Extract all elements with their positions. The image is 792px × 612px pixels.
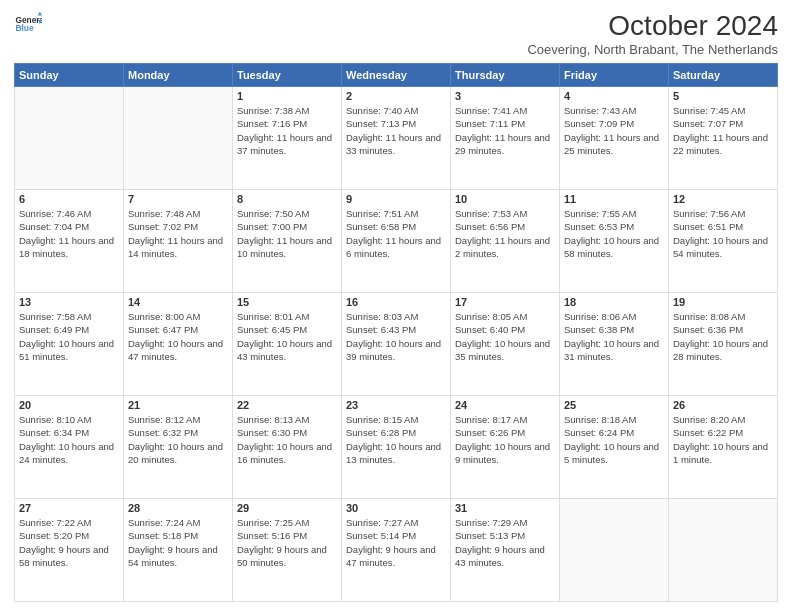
day-number: 21 xyxy=(128,399,228,411)
day-info: Sunrise: 7:46 AMSunset: 7:04 PMDaylight:… xyxy=(19,207,119,260)
day-info-line: Sunset: 6:58 PM xyxy=(346,220,446,233)
calendar-cell: 24Sunrise: 8:17 AMSunset: 6:26 PMDayligh… xyxy=(451,396,560,499)
day-info: Sunrise: 8:13 AMSunset: 6:30 PMDaylight:… xyxy=(237,413,337,466)
day-info-line: Sunrise: 7:48 AM xyxy=(128,207,228,220)
calendar-cell: 10Sunrise: 7:53 AMSunset: 6:56 PMDayligh… xyxy=(451,190,560,293)
day-info-line: Sunset: 7:02 PM xyxy=(128,220,228,233)
day-info-line: Daylight: 10 hours and 51 minutes. xyxy=(19,337,119,364)
day-info-line: Sunset: 6:45 PM xyxy=(237,323,337,336)
day-info-line: Sunrise: 7:53 AM xyxy=(455,207,555,220)
svg-marker-2 xyxy=(38,11,42,15)
day-info-line: Sunset: 5:18 PM xyxy=(128,529,228,542)
calendar-cell: 6Sunrise: 7:46 AMSunset: 7:04 PMDaylight… xyxy=(15,190,124,293)
day-info-line: Sunrise: 7:38 AM xyxy=(237,104,337,117)
day-info: Sunrise: 8:12 AMSunset: 6:32 PMDaylight:… xyxy=(128,413,228,466)
day-number: 3 xyxy=(455,90,555,102)
calendar-header-row: Sunday Monday Tuesday Wednesday Thursday… xyxy=(15,64,778,87)
day-info-line: Daylight: 11 hours and 18 minutes. xyxy=(19,234,119,261)
day-number: 25 xyxy=(564,399,664,411)
day-info: Sunrise: 7:55 AMSunset: 6:53 PMDaylight:… xyxy=(564,207,664,260)
day-number: 6 xyxy=(19,193,119,205)
day-info-line: Daylight: 10 hours and 39 minutes. xyxy=(346,337,446,364)
day-info-line: Daylight: 11 hours and 33 minutes. xyxy=(346,131,446,158)
day-info-line: Daylight: 9 hours and 43 minutes. xyxy=(455,543,555,570)
calendar-cell: 23Sunrise: 8:15 AMSunset: 6:28 PMDayligh… xyxy=(342,396,451,499)
title-section: October 2024 Coevering, North Brabant, T… xyxy=(527,10,778,57)
day-info-line: Sunset: 6:24 PM xyxy=(564,426,664,439)
day-info-line: Sunrise: 8:06 AM xyxy=(564,310,664,323)
day-info-line: Sunrise: 8:01 AM xyxy=(237,310,337,323)
day-info: Sunrise: 8:01 AMSunset: 6:45 PMDaylight:… xyxy=(237,310,337,363)
day-number: 2 xyxy=(346,90,446,102)
day-number: 29 xyxy=(237,502,337,514)
day-info: Sunrise: 8:08 AMSunset: 6:36 PMDaylight:… xyxy=(673,310,773,363)
day-info-line: Sunrise: 7:46 AM xyxy=(19,207,119,220)
col-sunday: Sunday xyxy=(15,64,124,87)
day-info-line: Daylight: 9 hours and 47 minutes. xyxy=(346,543,446,570)
day-number: 14 xyxy=(128,296,228,308)
calendar-cell: 8Sunrise: 7:50 AMSunset: 7:00 PMDaylight… xyxy=(233,190,342,293)
day-info-line: Sunset: 7:09 PM xyxy=(564,117,664,130)
day-info: Sunrise: 7:27 AMSunset: 5:14 PMDaylight:… xyxy=(346,516,446,569)
day-info-line: Daylight: 11 hours and 14 minutes. xyxy=(128,234,228,261)
day-info: Sunrise: 7:24 AMSunset: 5:18 PMDaylight:… xyxy=(128,516,228,569)
day-number: 7 xyxy=(128,193,228,205)
calendar-cell xyxy=(669,499,778,602)
day-number: 1 xyxy=(237,90,337,102)
day-info-line: Daylight: 11 hours and 29 minutes. xyxy=(455,131,555,158)
day-info-line: Sunset: 5:16 PM xyxy=(237,529,337,542)
col-friday: Friday xyxy=(560,64,669,87)
day-info: Sunrise: 8:20 AMSunset: 6:22 PMDaylight:… xyxy=(673,413,773,466)
day-info-line: Sunrise: 7:24 AM xyxy=(128,516,228,529)
calendar-cell: 20Sunrise: 8:10 AMSunset: 6:34 PMDayligh… xyxy=(15,396,124,499)
day-number: 19 xyxy=(673,296,773,308)
col-saturday: Saturday xyxy=(669,64,778,87)
day-number: 15 xyxy=(237,296,337,308)
day-info-line: Sunrise: 8:03 AM xyxy=(346,310,446,323)
day-info-line: Sunrise: 8:17 AM xyxy=(455,413,555,426)
day-info: Sunrise: 8:00 AMSunset: 6:47 PMDaylight:… xyxy=(128,310,228,363)
day-info-line: Sunset: 7:13 PM xyxy=(346,117,446,130)
day-info-line: Sunset: 7:07 PM xyxy=(673,117,773,130)
day-info: Sunrise: 7:51 AMSunset: 6:58 PMDaylight:… xyxy=(346,207,446,260)
day-info-line: Daylight: 11 hours and 6 minutes. xyxy=(346,234,446,261)
main-title: October 2024 xyxy=(527,10,778,42)
day-info-line: Sunset: 6:38 PM xyxy=(564,323,664,336)
day-number: 11 xyxy=(564,193,664,205)
day-info-line: Sunrise: 7:27 AM xyxy=(346,516,446,529)
day-info-line: Sunrise: 8:00 AM xyxy=(128,310,228,323)
calendar-cell: 17Sunrise: 8:05 AMSunset: 6:40 PMDayligh… xyxy=(451,293,560,396)
calendar-table: Sunday Monday Tuesday Wednesday Thursday… xyxy=(14,63,778,602)
day-info-line: Daylight: 10 hours and 54 minutes. xyxy=(673,234,773,261)
calendar-cell: 1Sunrise: 7:38 AMSunset: 7:16 PMDaylight… xyxy=(233,87,342,190)
calendar-cell: 2Sunrise: 7:40 AMSunset: 7:13 PMDaylight… xyxy=(342,87,451,190)
day-info-line: Sunset: 6:30 PM xyxy=(237,426,337,439)
day-number: 8 xyxy=(237,193,337,205)
day-info: Sunrise: 7:29 AMSunset: 5:13 PMDaylight:… xyxy=(455,516,555,569)
calendar-cell: 31Sunrise: 7:29 AMSunset: 5:13 PMDayligh… xyxy=(451,499,560,602)
day-number: 12 xyxy=(673,193,773,205)
page: General Blue October 2024 Coevering, Nor… xyxy=(0,0,792,612)
calendar-cell: 22Sunrise: 8:13 AMSunset: 6:30 PMDayligh… xyxy=(233,396,342,499)
day-info-line: Sunset: 6:51 PM xyxy=(673,220,773,233)
day-info-line: Sunrise: 8:15 AM xyxy=(346,413,446,426)
day-info-line: Sunset: 5:14 PM xyxy=(346,529,446,542)
day-info: Sunrise: 7:53 AMSunset: 6:56 PMDaylight:… xyxy=(455,207,555,260)
day-info-line: Sunrise: 8:05 AM xyxy=(455,310,555,323)
day-info-line: Sunset: 6:34 PM xyxy=(19,426,119,439)
day-info-line: Sunrise: 7:45 AM xyxy=(673,104,773,117)
day-info: Sunrise: 8:03 AMSunset: 6:43 PMDaylight:… xyxy=(346,310,446,363)
day-info: Sunrise: 7:25 AMSunset: 5:16 PMDaylight:… xyxy=(237,516,337,569)
day-info-line: Sunrise: 8:13 AM xyxy=(237,413,337,426)
calendar-cell: 30Sunrise: 7:27 AMSunset: 5:14 PMDayligh… xyxy=(342,499,451,602)
col-tuesday: Tuesday xyxy=(233,64,342,87)
calendar-cell: 13Sunrise: 7:58 AMSunset: 6:49 PMDayligh… xyxy=(15,293,124,396)
day-info-line: Sunset: 7:04 PM xyxy=(19,220,119,233)
day-info-line: Daylight: 9 hours and 54 minutes. xyxy=(128,543,228,570)
calendar-cell: 19Sunrise: 8:08 AMSunset: 6:36 PMDayligh… xyxy=(669,293,778,396)
day-info-line: Daylight: 10 hours and 43 minutes. xyxy=(237,337,337,364)
day-number: 16 xyxy=(346,296,446,308)
day-info: Sunrise: 8:17 AMSunset: 6:26 PMDaylight:… xyxy=(455,413,555,466)
day-info-line: Daylight: 11 hours and 10 minutes. xyxy=(237,234,337,261)
day-info-line: Daylight: 11 hours and 25 minutes. xyxy=(564,131,664,158)
